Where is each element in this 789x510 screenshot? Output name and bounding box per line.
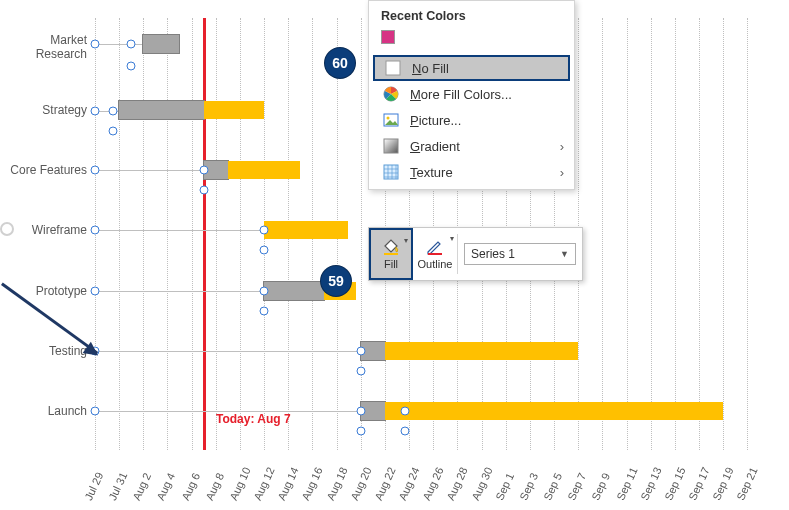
menu-header: Recent Colors (369, 1, 574, 27)
x-tick: Sep 15 (662, 465, 688, 502)
selection-handle[interactable] (0, 222, 14, 236)
selection-handle[interactable] (357, 407, 366, 416)
x-tick: Aug 8 (203, 471, 226, 502)
selection-handle[interactable] (127, 40, 136, 49)
color-wheel-icon (381, 86, 401, 102)
bar-completed[interactable] (119, 101, 204, 119)
selection-handle[interactable] (401, 407, 410, 416)
selection-handle[interactable] (260, 226, 269, 235)
selection-handle[interactable] (200, 186, 209, 195)
category-label: Testing (2, 345, 87, 359)
selection-handle[interactable] (109, 127, 118, 136)
chevron-down-icon: ▾ (450, 234, 454, 243)
x-tick: Aug 18 (324, 465, 350, 502)
selection-handle[interactable] (357, 367, 366, 376)
bar-completed[interactable] (264, 282, 324, 300)
x-tick: Sep 1 (493, 471, 516, 502)
x-tick: Aug 6 (179, 471, 202, 502)
selection-handle[interactable] (91, 287, 100, 296)
x-tick: Aug 16 (299, 465, 325, 502)
x-tick: Aug 28 (444, 465, 470, 502)
selection-handle[interactable] (91, 40, 100, 49)
chevron-right-icon: › (560, 165, 564, 180)
selection-handle[interactable] (357, 427, 366, 436)
svg-rect-4 (384, 139, 398, 153)
step-badge-60: 60 (325, 48, 355, 78)
paint-bucket-icon (381, 238, 401, 256)
outline-button[interactable]: ▾ Outline (413, 228, 457, 280)
texture-icon (381, 164, 401, 180)
category-label: Strategy (2, 104, 87, 118)
bar-remaining[interactable] (385, 402, 723, 420)
fill-label: Fill (384, 258, 398, 270)
step-badge-59: 59 (321, 266, 351, 296)
selection-handle[interactable] (200, 166, 209, 175)
gradient-icon (381, 138, 401, 154)
x-tick: Aug 4 (154, 471, 177, 502)
selection-handle[interactable] (260, 307, 269, 316)
fill-button[interactable]: ▾ Fill (369, 228, 413, 280)
menu-item-more-colors[interactable]: More Fill Colors... (369, 81, 574, 107)
x-tick: Aug 14 (275, 465, 301, 502)
selection-handle[interactable] (401, 427, 410, 436)
svg-point-3 (387, 117, 390, 120)
category-label: Core Features (2, 164, 87, 178)
menu-item-label: No Fill (412, 61, 449, 76)
mini-toolbar[interactable]: ▾ Fill ▾ Outline Series 1 ▼ (368, 227, 583, 281)
series-selector[interactable]: Series 1 ▼ (458, 228, 582, 280)
svg-rect-0 (386, 61, 400, 75)
x-tick: Sep 5 (541, 471, 564, 502)
row-baseline (95, 351, 360, 352)
bar-remaining[interactable] (385, 342, 578, 360)
x-tick: Sep 7 (565, 471, 588, 502)
selection-handle[interactable] (91, 226, 100, 235)
today-label: Today: Aug 7 (216, 412, 291, 426)
selection-handle[interactable] (260, 246, 269, 255)
menu-item-no-fill[interactable]: No Fill (373, 55, 570, 81)
selection-handle[interactable] (109, 107, 118, 116)
x-tick: Aug 10 (227, 465, 253, 502)
selection-handle[interactable] (91, 107, 100, 116)
svg-rect-6 (384, 253, 398, 255)
bar-completed[interactable] (143, 35, 179, 53)
category-label: Launch (2, 405, 87, 419)
x-tick: Sep 11 (614, 465, 640, 502)
selection-handle[interactable] (260, 287, 269, 296)
bar-remaining[interactable] (228, 161, 300, 179)
bar-remaining[interactable] (204, 101, 264, 119)
menu-item-label: Picture... (410, 113, 461, 128)
selection-handle[interactable] (91, 166, 100, 175)
recent-color-swatch[interactable] (381, 30, 395, 44)
chevron-down-icon: ▼ (560, 249, 569, 259)
x-tick: Sep 21 (734, 465, 760, 502)
x-tick: Aug 30 (469, 465, 495, 502)
selection-handle[interactable] (357, 347, 366, 356)
menu-item-gradient[interactable]: Gradient › (369, 133, 574, 159)
bar-remaining[interactable] (264, 221, 348, 239)
x-tick: Aug 22 (372, 465, 398, 502)
x-tick: Aug 12 (251, 465, 277, 502)
x-tick: Aug 24 (396, 465, 422, 502)
no-fill-icon (383, 60, 403, 76)
fill-color-menu[interactable]: Recent Colors No Fill More Fill Colors..… (368, 0, 575, 190)
x-tick: Sep 19 (710, 465, 736, 502)
x-tick: Aug 2 (130, 471, 153, 502)
x-tick: Sep 17 (686, 465, 712, 502)
selection-handle[interactable] (127, 62, 136, 71)
chevron-down-icon: ▾ (404, 236, 408, 245)
row-baseline (95, 44, 143, 45)
menu-item-picture[interactable]: Picture... (369, 107, 574, 133)
svg-rect-7 (428, 253, 442, 255)
x-tick: Jul 31 (106, 470, 129, 502)
menu-item-label: More Fill Colors... (410, 87, 512, 102)
menu-item-texture[interactable]: Texture › (369, 159, 574, 185)
selection-handle[interactable] (91, 407, 100, 416)
today-line (203, 18, 206, 450)
row-baseline (95, 170, 204, 171)
series-selected: Series 1 (471, 247, 515, 261)
category-label: Market Research (2, 34, 87, 62)
x-tick: Sep 3 (517, 471, 540, 502)
recent-colors-row (369, 27, 574, 55)
picture-icon (381, 112, 401, 128)
category-label: Wireframe (2, 224, 87, 238)
